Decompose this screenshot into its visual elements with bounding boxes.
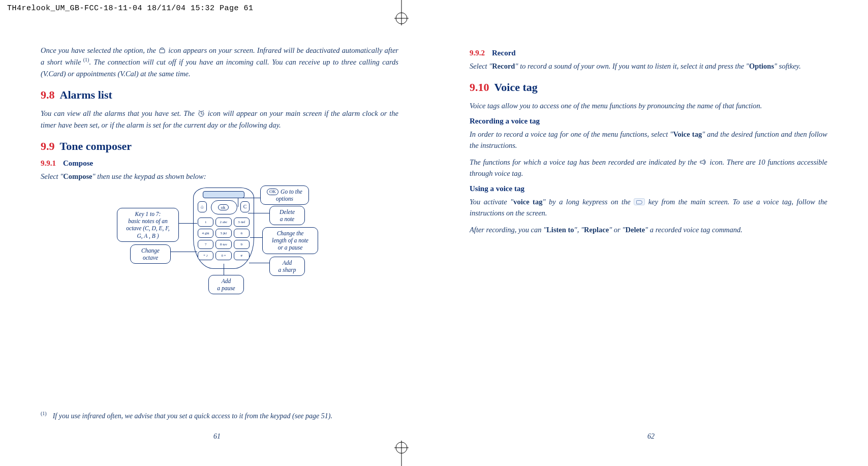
page-number-61: 61 — [0, 432, 434, 441]
recording-voice-tag-body2: The functions for which a voice tag has … — [470, 157, 827, 179]
callout-change-octave: Change octave — [130, 244, 171, 264]
lead-goto — [238, 198, 260, 198]
footnote-marker: (1) — [41, 411, 47, 416]
lead-del — [248, 213, 269, 213]
lead-chgoct — [171, 252, 197, 252]
rec-b1: Record — [492, 62, 515, 70]
callout-goto-options: OKGo to the options — [260, 185, 309, 205]
section-9-8-heading: 9.8Alarms list — [41, 88, 398, 102]
after-b2: Replace — [584, 226, 609, 234]
callout-goto-l1: Go to the — [281, 189, 302, 195]
callout-pause-l2: a pause — [214, 285, 238, 292]
callout-chgoct-l1: Change — [136, 247, 165, 254]
subsection-9-9-2-number: 9.9.2 — [470, 49, 485, 57]
keypad-row-4: * ♪0 +# — [198, 251, 250, 260]
alarm-icon — [197, 110, 205, 117]
subsection-9-9-2-title: Record — [492, 49, 516, 57]
callout-pause-l1: Add — [214, 277, 238, 285]
recording-voice-tag-body1: In order to record a voice tag for one o… — [470, 129, 827, 151]
phone-left-softkey: ⌂ — [198, 201, 207, 212]
section-9-10-number: 9.10 — [470, 81, 489, 94]
alarms-text-a: You can view all the alarms that you hav… — [41, 109, 197, 117]
rec-b2: Options — [749, 62, 774, 70]
phone-ok-key: ok — [211, 200, 237, 214]
callout-k17-l3: octave (C, D, E, F, — [122, 225, 173, 232]
using-voice-tag-heading: Using a voice tag — [470, 184, 827, 193]
intro-text-c: . The connection will cut off if you hav… — [41, 58, 398, 77]
after-a: After recording, you can " — [470, 226, 546, 234]
after-recording-body: After recording, you can "Listen to", "R… — [470, 224, 827, 235]
lead-k17 — [179, 223, 197, 224]
recv-c-a: The functions for which a voice tag has … — [470, 158, 699, 166]
after-b1: Listen to — [546, 226, 574, 234]
after-m1: ", " — [574, 226, 584, 234]
compose-b: " then use the keypad as shown below: — [92, 172, 206, 180]
usev-bold: voice tag — [513, 198, 542, 206]
keypad-row-2: 4 ghi5 jkl6 — [198, 229, 250, 238]
intro-paragraph: Once you have selected the option, the i… — [41, 45, 398, 79]
callout-del-l2: a note — [275, 215, 299, 223]
keypad-figure: ⌂ ok C 12 abc3 def 4 ghi5 jkl6 78 tuv9 *… — [41, 188, 398, 299]
compose-bold: Compose — [63, 172, 92, 180]
callout-len-l1: Change the — [268, 230, 313, 237]
svg-line-14 — [203, 110, 204, 111]
section-9-8-body: You can view all the alarms that you hav… — [41, 108, 398, 131]
voice-key-icon — [634, 198, 645, 205]
after-b3: Delete — [625, 226, 645, 234]
leadv-goto — [238, 198, 238, 207]
subsection-9-9-2-heading: 9.9.2Record — [470, 49, 827, 57]
record-body: Select "Record" to record a sound of you… — [470, 60, 827, 72]
using-voice-tag-body: You activate "voice tag" by a long keypr… — [470, 196, 827, 219]
recv-bold: Voice tag — [673, 130, 702, 138]
section-9-8-title: Alarms list — [60, 88, 112, 101]
callout-add-pause: Add a pause — [208, 275, 244, 295]
callout-change-length: Change the length of a note or a pause — [262, 227, 318, 254]
callout-len-l3: or a pause — [268, 244, 313, 251]
subsection-9-9-1-number: 9.9.1 — [41, 159, 56, 167]
usev-a: You activate " — [470, 198, 513, 206]
compose-a: Select " — [41, 172, 63, 180]
compose-body: Select "Compose" then use the keypad as … — [41, 171, 398, 182]
after-c: " a recorded voice tag command. — [645, 226, 742, 234]
section-9-10-title: Voice tag — [494, 81, 538, 94]
phone-right-softkey: C — [240, 201, 250, 212]
keypad-row-3: 78 tuv9 — [198, 240, 250, 249]
voice-tag-intro: Voice tags allow you to access one of th… — [470, 100, 827, 111]
callout-k17-l4: G, A , B ) — [122, 232, 173, 239]
section-9-8-number: 9.8 — [41, 88, 55, 101]
svg-line-12 — [201, 114, 203, 114]
page-61: Once you have selected the option, the i… — [0, 30, 434, 451]
svg-line-13 — [199, 110, 200, 111]
lead-len — [250, 237, 262, 238]
section-9-9-number: 9.9 — [41, 140, 55, 152]
phone-screen — [203, 191, 244, 198]
page-62: 9.9.2Record Select "Record" to record a … — [434, 30, 868, 451]
footnote-ref: (1) — [81, 57, 89, 63]
after-m2: " or " — [609, 226, 625, 234]
intro-text-a: Once you have selected the option, the — [41, 46, 158, 54]
phone-keypad-graphic: ⌂ ok C 12 abc3 def 4 ghi5 jkl6 78 tuv9 *… — [193, 188, 254, 269]
rec-b: " to record a sound of your own. If you … — [515, 62, 749, 70]
voice-tag-icon — [699, 159, 707, 166]
subsection-9-9-1-title: Compose — [63, 159, 93, 167]
page-spread: Once you have selected the option, the i… — [0, 30, 868, 451]
footnote-text: If you use infrared often, we advise tha… — [53, 412, 332, 420]
crop-mark-top — [386, 0, 417, 30]
callout-sharp-l2: a sharp — [275, 266, 299, 273]
callout-keys-1-7: Key 1 to 7: basic notes of an octave (C,… — [117, 208, 179, 242]
leadv-pause — [224, 264, 224, 275]
callout-k17-l2: basic notes of an — [122, 218, 173, 225]
recv-a: In order to record a voice tag for one o… — [470, 130, 673, 138]
callout-len-l2: length of a note — [268, 237, 313, 244]
infrared-icon — [158, 47, 166, 54]
section-9-10-heading: 9.10Voice tag — [470, 81, 827, 94]
ok-pill-icon: OK — [267, 189, 278, 195]
callout-goto-l2: options — [266, 195, 303, 202]
subsection-9-9-1-heading: 9.9.1Compose — [41, 159, 398, 168]
usev-b-a: " by a long keypress on the — [542, 198, 634, 206]
footnote: (1)If you use infrared often, we advise … — [41, 411, 398, 420]
callout-del-l1: Delete — [275, 208, 299, 215]
recording-voice-tag-heading: Recording a voice tag — [470, 117, 827, 126]
rec-c: " softkey. — [774, 62, 801, 70]
page-number-62: 62 — [434, 432, 868, 441]
